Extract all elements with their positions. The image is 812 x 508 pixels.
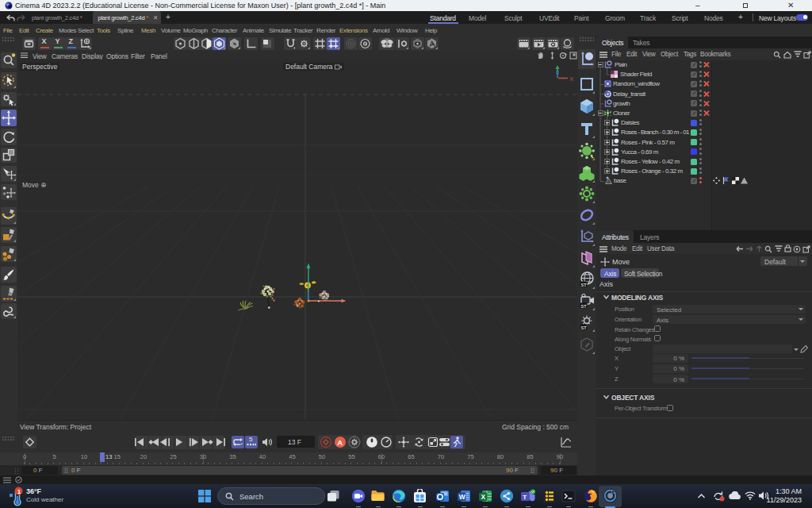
svg-text:X: X	[569, 75, 574, 83]
svg-text:1: 1	[17, 488, 21, 495]
svg-text:ST: ST	[581, 283, 588, 287]
svg-text:A: A	[337, 438, 343, 447]
svg-text:W: W	[459, 493, 466, 501]
svg-text:X: X	[481, 493, 486, 501]
svg-text:ST: ST	[581, 304, 588, 309]
svg-text:ST: ST	[581, 325, 588, 330]
svg-text:T: T	[523, 494, 527, 501]
